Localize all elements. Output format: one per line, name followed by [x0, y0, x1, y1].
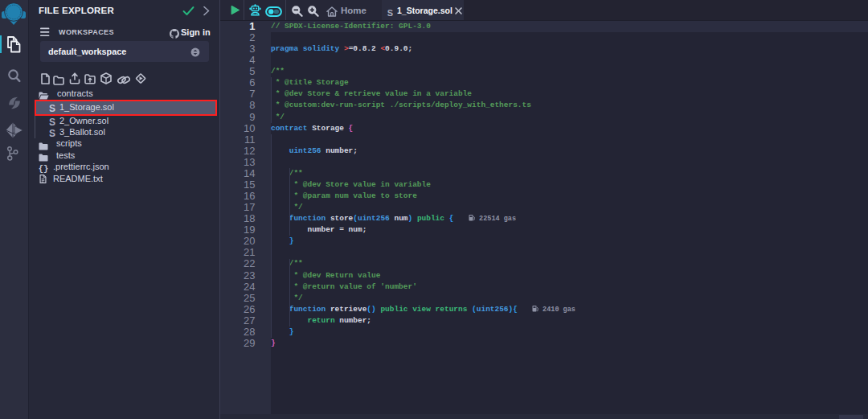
svg-text:S: S [49, 103, 55, 113]
svg-text:S: S [49, 128, 55, 138]
svg-text:S: S [49, 117, 55, 127]
svg-text:{}: {} [39, 164, 49, 174]
svg-text:S: S [387, 8, 393, 18]
